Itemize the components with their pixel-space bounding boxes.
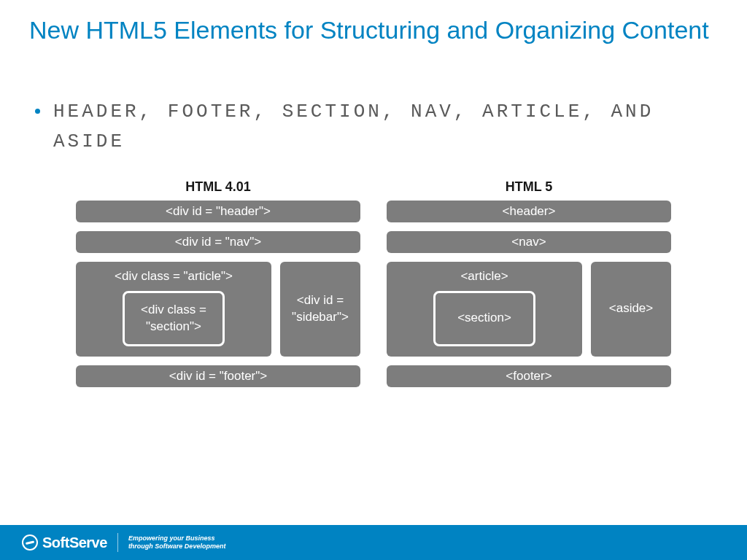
brand-logo-icon [22,534,38,551]
column-html5: HTML 5 <header> <nav> <article> <section… [387,179,671,396]
tagline-line1: Empowering your Business [128,534,226,542]
footer-inner: SoftServe Empowering your Business throu… [0,533,225,552]
slide-root: { "title": "New HTML5 Elements for Struc… [0,0,747,560]
slide-footer: SoftServe Empowering your Business throu… [0,525,747,560]
box-left-article: <div class = "article"> <div class = "se… [76,262,271,357]
box-left-sidebar: <div id = "sidebar"> [280,262,360,357]
brand-logo: SoftServe [22,534,107,551]
bullet-row: Header, Footer, Section, Nav, Article, a… [0,46,747,158]
column-html401: HTML 4.01 <div id = "header"> <div id = … [76,179,360,396]
comparison-diagram: HTML 4.01 <div id = "header"> <div id = … [0,179,747,396]
box-right-footer: <footer> [387,365,671,387]
label-right-article: <article> [460,269,508,284]
box-right-nav: <nav> [387,231,671,253]
box-right-aside: <aside> [591,262,671,357]
footer-separator [117,533,118,552]
slide-title: New HTML5 Elements for Structuring and O… [0,0,747,46]
tagline-line2: through Software Development [128,542,226,551]
box-left-section: <div class = "section"> [123,291,225,346]
box-right-header: <header> [387,201,671,222]
bullet-icon [35,109,40,114]
bullet-text: Header, Footer, Section, Nav, Article, a… [53,97,695,158]
box-right-section: <section> [433,291,535,346]
row-left-middle: <div class = "article"> <div class = "se… [76,262,360,357]
brand-tagline: Empowering your Business through Softwar… [128,534,226,551]
column-title-right: HTML 5 [387,179,671,195]
box-right-article: <article> <section> [387,262,582,357]
column-title-left: HTML 4.01 [76,179,360,195]
box-left-header: <div id = "header"> [76,201,360,222]
brand-name: SoftServe [42,534,107,551]
label-left-article: <div class = "article"> [115,269,233,284]
box-left-nav: <div id = "nav"> [76,231,360,253]
box-left-footer: <div id = "footer"> [76,365,360,387]
row-right-middle: <article> <section> <aside> [387,262,671,357]
